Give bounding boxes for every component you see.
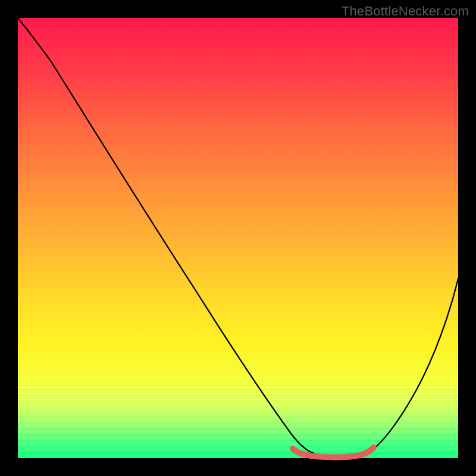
chart-plot-area	[18, 18, 458, 458]
chart-svg	[18, 18, 458, 458]
chart-frame: TheBottleNecker.com	[0, 0, 476, 476]
watermark-text: TheBottleNecker.com	[342, 4, 469, 19]
bottleneck-curve	[18, 18, 458, 457]
